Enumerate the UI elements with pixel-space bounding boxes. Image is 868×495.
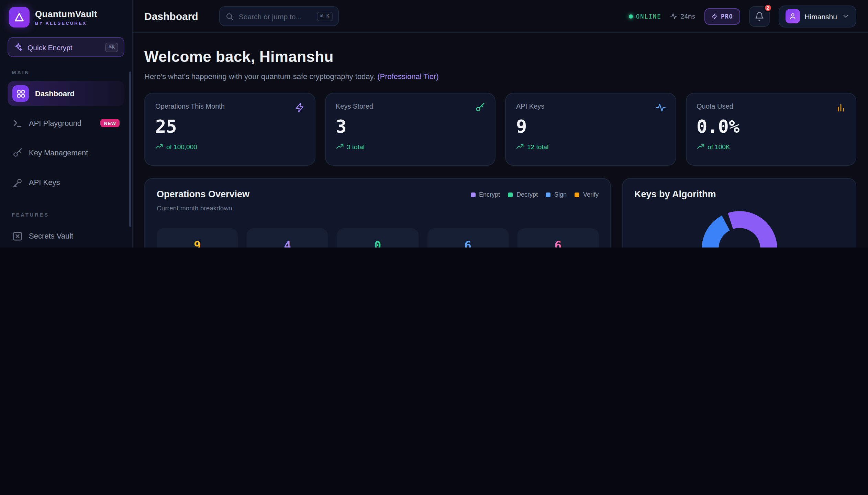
api-keys-icon xyxy=(12,177,23,187)
stat-sub-label: 12 total xyxy=(527,143,548,151)
section-label-features: FEATURES xyxy=(12,212,124,218)
stat-sub-label: 3 total xyxy=(347,143,365,151)
terminal-icon xyxy=(12,118,23,128)
dashboard-content: Welcome back, Himanshu Here's what's hap… xyxy=(133,33,868,248)
panel-subtitle: Current month breakdown xyxy=(157,204,599,212)
key-management-icon xyxy=(12,147,23,158)
quick-encrypt-button[interactable]: Quick Encrypt ⌘K xyxy=(8,37,124,57)
search-input[interactable] xyxy=(239,12,312,20)
zap-icon xyxy=(711,13,718,20)
topbar: Dashboard ⌘ K ONLINE 24ms PRO xyxy=(133,0,868,33)
app-subtitle: BY ALLSECUREX xyxy=(35,21,97,25)
sidebar-item-label: Key Management xyxy=(29,148,88,157)
legend-item: Verify xyxy=(575,191,599,198)
logo-icon xyxy=(9,7,30,28)
user-menu[interactable]: Himanshu xyxy=(778,5,856,27)
avatar xyxy=(785,9,800,23)
ops-box-verify: 6 Verify xyxy=(518,228,599,248)
search-icon xyxy=(226,12,234,20)
legend-item: Sign xyxy=(546,191,567,198)
sparkles-icon xyxy=(14,43,23,52)
stat-card-api-keys: API Keys 9 12 total xyxy=(505,93,676,166)
sidebar-scrollbar[interactable] xyxy=(129,72,131,227)
legend-item: Encrypt xyxy=(471,191,500,198)
sidebar-item-key-management[interactable]: Key Management xyxy=(8,140,124,165)
stat-card-operations: Operations This Month 25 of 100,000 xyxy=(144,93,315,166)
app-window: QuantumVault BY ALLSECUREX Quick Encrypt… xyxy=(0,0,868,248)
quick-encrypt-label: Quick Encrypt xyxy=(27,43,73,51)
stat-value: 9 xyxy=(516,116,665,137)
operations-legend: Encrypt Decrypt Sign Verify xyxy=(471,191,599,198)
key-icon xyxy=(475,102,485,113)
stat-card-keys-stored: Keys Stored 3 3 total xyxy=(325,93,496,166)
operations-breakdown: 9 Keygen 4 Encrypt 0 Decrypt 6 xyxy=(157,228,599,248)
legend-swatch xyxy=(546,192,551,197)
section-label-main: MAIN xyxy=(12,69,124,76)
sidebar-item-api-keys[interactable]: API Keys xyxy=(8,170,124,195)
new-badge: NEW xyxy=(100,119,120,127)
legend-swatch xyxy=(575,192,580,197)
keys-donut-chart xyxy=(695,205,783,248)
keys-by-algorithm-panel: Keys by Algorithm ML-KEM-768 1 ML-KEM-10… xyxy=(622,178,856,248)
app-logo: QuantumVault BY ALLSECUREX xyxy=(8,7,124,28)
stat-cards: Operations This Month 25 of 100,000 Keys… xyxy=(144,93,856,166)
user-menu-name: Himanshu xyxy=(804,12,837,20)
trending-up-icon xyxy=(336,143,343,151)
sidebar-item-dashboard[interactable]: Dashboard xyxy=(8,81,124,106)
trending-up-icon xyxy=(516,143,524,151)
notification-count-badge: 2 xyxy=(763,3,772,12)
welcome-subtitle: Here's what's happening with your quantu… xyxy=(144,72,856,80)
page-title: Dashboard xyxy=(144,10,198,22)
trending-up-icon xyxy=(155,143,163,151)
ops-box-encrypt: 4 Encrypt xyxy=(247,228,328,248)
sidebar-item-api-playground[interactable]: API Playground NEW xyxy=(8,111,124,135)
legend-swatch xyxy=(471,192,476,197)
activity-icon xyxy=(670,12,678,20)
bar-chart-icon xyxy=(836,102,846,113)
bell-icon xyxy=(754,11,764,21)
sidebar-item-label: Dashboard xyxy=(35,89,75,98)
command-k-shortcut: ⌘K xyxy=(105,42,118,52)
sidebar-item-secrets-vault[interactable]: Secrets Vault xyxy=(8,223,124,248)
online-dot-icon xyxy=(628,14,633,18)
stat-value: 25 xyxy=(155,116,304,137)
operations-overview-panel: Operations Overview Current month breakd… xyxy=(144,178,611,248)
search-box[interactable]: ⌘ K xyxy=(220,6,339,26)
search-shortcut: ⌘ K xyxy=(317,11,333,21)
pro-badge[interactable]: PRO xyxy=(704,8,740,24)
chevron-down-icon xyxy=(842,12,849,20)
trending-up-icon xyxy=(697,143,704,151)
sidebar-item-label: Secrets Vault xyxy=(29,232,73,240)
tier-link[interactable]: (Professional Tier) xyxy=(377,72,439,80)
stat-sub-label: of 100,000 xyxy=(166,143,197,151)
main-area: Dashboard ⌘ K ONLINE 24ms PRO xyxy=(133,0,868,248)
stat-value: 0.0% xyxy=(697,116,845,137)
legend-item: Decrypt xyxy=(508,191,538,198)
zap-icon xyxy=(294,102,305,113)
sidebar-item-label: API Playground xyxy=(29,119,81,127)
app-title: QuantumVault xyxy=(35,9,97,19)
sidebar-item-label: API Keys xyxy=(29,178,60,186)
sidebar: QuantumVault BY ALLSECUREX Quick Encrypt… xyxy=(0,0,133,248)
dashboard-grid-icon xyxy=(12,85,29,102)
legend-swatch xyxy=(508,192,513,197)
vault-icon xyxy=(12,231,23,241)
online-status: ONLINE xyxy=(628,13,661,20)
stat-value: 3 xyxy=(336,116,485,137)
ops-box-sign: 6 Sign xyxy=(427,228,508,248)
latency-indicator: 24ms xyxy=(670,12,695,20)
welcome-title: Welcome back, Himanshu xyxy=(144,48,856,66)
notifications-button[interactable]: 2 xyxy=(749,6,769,26)
activity-icon xyxy=(655,102,666,113)
ops-box-decrypt: 0 Decrypt xyxy=(337,228,418,248)
stat-sub-label: of 100K xyxy=(708,143,730,151)
ops-box-keygen: 9 Keygen xyxy=(157,228,238,248)
person-icon xyxy=(789,12,796,20)
stat-card-quota: Quota Used 0.0% of 100K xyxy=(686,93,856,166)
panel-title: Keys by Algorithm xyxy=(634,189,844,199)
